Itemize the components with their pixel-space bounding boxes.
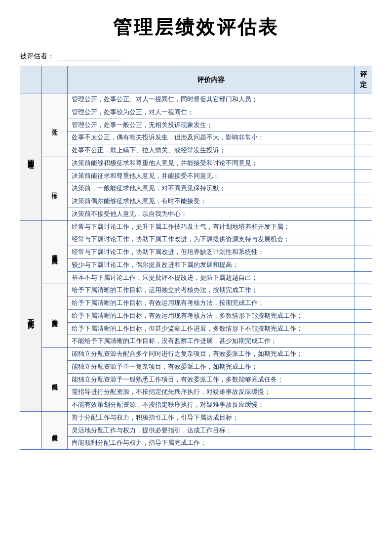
content-cell: 决策前能够积极征求和尊重他人意见，并能接受和讨论不同意见； <box>68 157 354 170</box>
rating-cell[interactable] <box>354 386 372 399</box>
table-row: 经常与下属讨论工作，协助下属改进，但培养缺乏计划性和系统性； <box>20 246 372 259</box>
rating-cell[interactable] <box>354 271 372 284</box>
header-col3: 评价内容 <box>68 66 354 93</box>
content-cell: 经常与下属讨论工作，协助下属改进，但培养缺乏计划性和系统性； <box>68 246 354 259</box>
rating-cell[interactable] <box>354 195 372 208</box>
content-cell: 尚能顺利分配工作与权力，指导下属完成工作； <box>68 437 354 450</box>
subject-underline-field[interactable] <box>57 52 121 60</box>
content-cell: 灵活地分配工作与权力，提供必要指引，达成工作目标； <box>68 424 354 437</box>
content-cell: 给予下属清晰的工作目标，有效运用现有考核方法，按期完成工作； <box>68 297 354 310</box>
table-row: 决策前不接受他人意见，以自我为中心； <box>20 208 372 220</box>
rating-cell[interactable] <box>354 144 372 157</box>
table-row: 不能有效策划分配资源，不按指定秩序执行，对疑难事故反应缓慢； <box>20 399 372 412</box>
table-row: 处事不公正，欺上瞒下、拉人情关、或经常发生投诉； <box>20 144 372 157</box>
rating-cell[interactable] <box>354 208 372 220</box>
content-cell: 管理公开，处事较为公正，对人一视同仁； <box>68 106 354 119</box>
rating-cell[interactable] <box>354 182 372 195</box>
rating-cell[interactable] <box>354 437 372 450</box>
table-row: 给予下属清晰的工作目标，有效运用现有考核方法，按期完成工作； <box>20 297 372 310</box>
rating-cell[interactable] <box>354 360 372 373</box>
rating-cell[interactable] <box>354 233 372 246</box>
rating-cell[interactable] <box>354 348 372 361</box>
table-row: 团队管理公正性管理公开，处事公正、对人一视同仁，同时督促其它部门和人员； <box>20 93 372 106</box>
content-cell: 能独立分配资源去配合多个同时进行之复杂项目，有效委派工作，如期完成工作； <box>68 348 354 361</box>
rating-cell[interactable] <box>354 93 372 106</box>
rating-cell[interactable] <box>354 424 372 437</box>
content-cell: 给予下属清晰的工作目标，运用独立的考核办法，按期完成工作； <box>68 284 354 297</box>
table-row: 组织能力能独立分配资源去配合多个同时进行之复杂项目，有效委派工作，如期完成工作； <box>20 348 372 361</box>
table-row: 处事不太公正，偶有相关投诉发生，但涉及问题不大，影响非常小； <box>20 131 372 144</box>
cat2-cell-1-0: 管理和培养下属的能力 <box>42 220 68 284</box>
rating-cell[interactable] <box>354 131 372 144</box>
cat2-cell-1-2: 组织能力 <box>42 348 68 412</box>
content-cell: 需指导进行分配资源，不按指定优先秩序执行，对疑难事故反应缓慢； <box>68 386 354 399</box>
table-row: 能独立分配资源予一般熟悉工作项目，有效委派工作，多数能够完成任务； <box>20 373 372 386</box>
cat1-cell-1: 工作能力 <box>20 220 42 411</box>
cat1-cell-0: 团队管理 <box>20 93 42 221</box>
cat2-cell-0-1: 民主性 <box>42 157 68 220</box>
table-row: 尚能顺利分配工作与权力，指导下属完成工作； <box>20 437 372 450</box>
table-row: 管理公开，处事一般公正，无相关投诉现象发生； <box>20 119 372 131</box>
rating-cell[interactable] <box>354 220 372 233</box>
content-cell: 能独立分配资源予单一复杂项目，有效委派工作，如期完成工作； <box>68 360 354 373</box>
content-cell: 管理公开，处事公正、对人一视同仁，同时督促其它部门和人员； <box>68 93 354 106</box>
table-row: 不能给予下属清晰的工作目标，没有监察工作进展，甚少如期完成工作； <box>20 335 372 348</box>
content-cell: 基本不与下属讨论工作，只提批评不提改进，提防下属超越自己； <box>68 271 354 284</box>
table-row: 民主性决策前能够积极征求和尊重他人意见，并能接受和讨论不同意见； <box>20 157 372 170</box>
content-cell: 决策前偶尔能够征求他人意见，有时不能接受； <box>68 195 354 208</box>
header-col2 <box>42 66 68 93</box>
subject-label: 被评估者： <box>20 52 54 61</box>
content-cell: 较少与下属讨论工作，偶尔提及改进和下属的发展和提高； <box>68 258 354 271</box>
cat1-cell-empty-2 <box>20 411 42 449</box>
cat2-cell-0-0: 公正性 <box>42 93 68 157</box>
content-cell: 决策前，一般能征求他人意见，对不同意见保持沉默； <box>68 182 354 195</box>
table-row: 给予下属清晰的工作目标，但甚少监察工作进展，多数情形下不能按期完成工作； <box>20 322 372 335</box>
table-row: 决策前偶尔能够征求他人意见，有时不能接受； <box>20 195 372 208</box>
table-row: 授权能力善于分配工作与权力，积极指引工作，引导下属达成目标； <box>20 411 372 424</box>
rating-cell[interactable] <box>354 373 372 386</box>
header-col4: 评定 <box>354 66 372 93</box>
rating-cell[interactable] <box>354 322 372 335</box>
table-row: 经常与下属讨论工作，协助下属工作改进，为下属提供资源支持与发展机会； <box>20 233 372 246</box>
content-cell: 处事不公正，欺上瞒下、拉人情关、或经常发生投诉； <box>68 144 354 157</box>
table-row: 较少与下属讨论工作，偶尔提及改进和下属的发展和提高； <box>20 258 372 271</box>
header-col1 <box>20 66 42 93</box>
content-cell: 不能有效策划分配资源，不按指定秩序执行，对疑难事故反应缓慢； <box>68 399 354 412</box>
subject-line: 被评估者： <box>20 52 372 61</box>
table-row: 能独立分配资源予单一复杂项目，有效委派工作，如期完成工作； <box>20 360 372 373</box>
content-cell: 管理公开，处事一般公正，无相关投诉现象发生； <box>68 119 354 131</box>
rating-cell[interactable] <box>354 411 372 424</box>
rating-cell[interactable] <box>354 297 372 310</box>
rating-cell[interactable] <box>354 399 372 412</box>
rating-cell[interactable] <box>354 157 372 170</box>
table-row: 决策前，一般能征求他人意见，对不同意见保持沉默； <box>20 182 372 195</box>
rating-cell[interactable] <box>354 246 372 259</box>
content-cell: 决策前能征求和尊重他人意见，并能接受不同意见； <box>68 170 354 182</box>
cat2-cell-2-0: 授权能力 <box>42 411 68 449</box>
table-row: 需指导进行分配资源，不按指定优先秩序执行，对疑难事故反应缓慢； <box>20 386 372 399</box>
rating-cell[interactable] <box>354 106 372 119</box>
content-cell: 给予下属清晰的工作目标，但甚少监察工作进展，多数情形下不能按期完成工作； <box>68 322 354 335</box>
content-cell: 不能给予下属清晰的工作目标，没有监察工作进展，甚少如期完成工作； <box>68 335 354 348</box>
rating-cell[interactable] <box>354 335 372 348</box>
content-cell: 给予下属清晰的工作目标，有效运用现有考核方法，多数情形下能按期完成工作； <box>68 309 354 322</box>
rating-cell[interactable] <box>354 258 372 271</box>
rating-cell[interactable] <box>354 309 372 322</box>
table-row: 工作能力管理和培养下属的能力经常与下属讨论工作，提升下属工作技巧及士气，有计划地… <box>20 220 372 233</box>
content-cell: 处事不太公正，偶有相关投诉发生，但涉及问题不大，影响非常小； <box>68 131 354 144</box>
table-row: 给予下属清晰的工作目标，有效运用现有考核方法，多数情形下能按期完成工作； <box>20 309 372 322</box>
content-cell: 经常与下属讨论工作，提升下属工作技巧及士气，有计划地培养和开发下属； <box>68 220 354 233</box>
content-cell: 善于分配工作与权力，积极指引工作，引导下属达成目标； <box>68 411 354 424</box>
content-cell: 经常与下属讨论工作，协助下属工作改进，为下属提供资源支持与发展机会； <box>68 233 354 246</box>
page-title: 管理层绩效评估表 <box>20 15 372 40</box>
rating-cell[interactable] <box>354 170 372 182</box>
table-row: 计划调控能力给予下属清晰的工作目标，运用独立的考核办法，按期完成工作； <box>20 284 372 297</box>
table-row: 决策前能征求和尊重他人意见，并能接受不同意见； <box>20 170 372 182</box>
table-row: 基本不与下属讨论工作，只提批评不提改进，提防下属超越自己； <box>20 271 372 284</box>
evaluation-table: 评价内容 评定 团队管理公正性管理公开，处事公正、对人一视同仁，同时督促其它部门… <box>20 66 372 450</box>
content-cell: 能独立分配资源予一般熟悉工作项目，有效委派工作，多数能够完成任务； <box>68 373 354 386</box>
rating-cell[interactable] <box>354 119 372 131</box>
rating-cell[interactable] <box>354 284 372 297</box>
content-cell: 决策前不接受他人意见，以自我为中心； <box>68 208 354 220</box>
table-row: 灵活地分配工作与权力，提供必要指引，达成工作目标； <box>20 424 372 437</box>
